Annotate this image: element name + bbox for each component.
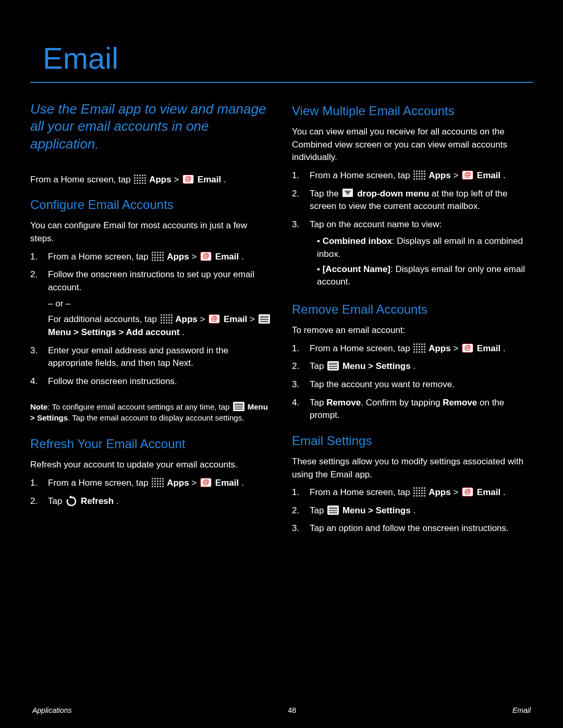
text: From a Home screen, tap xyxy=(48,252,151,262)
text: For additional accounts, tap xyxy=(48,314,160,324)
text: . xyxy=(503,170,506,180)
bullet: • [Account Name]: Displays email for onl… xyxy=(317,263,533,289)
text: [Account Name] xyxy=(323,264,390,274)
text: . xyxy=(241,478,244,488)
text: . xyxy=(503,487,506,497)
menu-icon xyxy=(327,361,339,371)
step: 3. Tap on the account name to view: • Co… xyxy=(292,218,533,291)
text: Enter your email address and password in… xyxy=(48,344,271,370)
email-label: Email xyxy=(198,175,221,184)
settings-intro: These settings allow you to modify setti… xyxy=(292,455,533,481)
step-number: 4. xyxy=(292,397,302,422)
text: Tap xyxy=(310,398,326,408)
text: Combined inbox xyxy=(323,236,392,246)
text: > xyxy=(191,478,199,488)
view-intro: You can view email you receive for all a… xyxy=(292,126,533,164)
email-label: Email xyxy=(215,478,239,488)
text: . xyxy=(182,327,185,337)
text: Remove xyxy=(326,398,361,408)
text: . xyxy=(503,343,506,353)
text: drop-down menu xyxy=(357,189,429,199)
text: > xyxy=(453,343,461,353)
configure-note: Note: To configure email account setting… xyxy=(30,401,271,423)
text: Menu > Settings xyxy=(342,505,411,515)
step-number: 4. xyxy=(30,375,41,388)
step-number: 2. xyxy=(292,504,302,517)
text: . Tap the email account to display accou… xyxy=(68,413,244,422)
apps-label: Apps xyxy=(149,175,172,184)
heading-view-multiple: View Multiple Email Accounts xyxy=(292,104,533,118)
text: > xyxy=(453,170,461,180)
step: 1. From a Home screen, tap Apps > Email … xyxy=(292,342,533,355)
email-icon xyxy=(462,170,473,180)
home-screen-instruction: From a Home screen, tap Apps > Email . xyxy=(30,174,271,187)
step-number: 3. xyxy=(292,378,302,391)
step: 3. Tap the account you want to remove. xyxy=(292,378,533,391)
text: > xyxy=(453,487,461,497)
step-number: 1. xyxy=(292,486,302,499)
step-number: 1. xyxy=(30,477,41,490)
apps-grid-icon xyxy=(161,314,172,324)
step-number: 2. xyxy=(30,268,41,339)
text: Tap xyxy=(48,496,65,506)
step: 1. From a Home screen, tap Apps > Email … xyxy=(30,477,271,490)
text: From a Home screen, tap xyxy=(310,170,412,180)
apps-grid-icon xyxy=(413,487,425,497)
menu-icon xyxy=(327,505,339,515)
bullet: • Combined inbox: Displays all email in … xyxy=(317,235,533,261)
text: From a Home screen, tap xyxy=(30,175,133,184)
heading-settings: Email Settings xyxy=(292,434,533,448)
intro-text: Use the Email app to view and manage all… xyxy=(30,101,271,153)
step: 4. Follow the onscreen instructions. xyxy=(30,375,271,388)
text: Tap the account you want to remove. xyxy=(310,378,455,391)
text: > xyxy=(200,314,208,324)
text: > xyxy=(191,252,199,262)
heading-remove: Remove Email Accounts xyxy=(292,302,533,317)
email-label: Email xyxy=(477,487,500,497)
text: Tap the xyxy=(310,189,341,199)
text: : To configure email account settings at… xyxy=(47,402,231,411)
apps-label: Apps xyxy=(429,170,451,180)
text: > xyxy=(250,314,258,324)
apps-grid-icon xyxy=(413,170,425,180)
configure-intro: You can configure Email for most account… xyxy=(30,219,271,245)
remove-intro: To remove an email account: xyxy=(292,324,533,337)
footer-left: Applications xyxy=(32,706,72,714)
text: Menu > Settings xyxy=(342,361,411,371)
text: From a Home screen, tap xyxy=(48,478,151,488)
apps-grid-icon xyxy=(152,252,163,261)
step: 2. Tap the drop-down menu at the top lef… xyxy=(292,188,533,213)
footer-right: Email xyxy=(512,706,531,714)
text: Refresh xyxy=(81,496,114,506)
step: 4. Tap Remove. Confirm by tapping Remove… xyxy=(292,397,533,422)
apps-label: Apps xyxy=(175,314,198,324)
step: 1. From a Home screen, tap Apps > Email … xyxy=(30,251,271,264)
step: 2. Tap Menu > Settings . xyxy=(292,360,533,373)
page-title: Email xyxy=(43,41,533,76)
step: 1. From a Home screen, tap Apps > Email … xyxy=(292,486,533,499)
email-icon xyxy=(182,175,194,184)
email-icon xyxy=(200,252,212,261)
email-label: Email xyxy=(215,252,239,262)
apps-label: Apps xyxy=(167,478,189,488)
email-icon xyxy=(200,478,212,487)
text: Menu > Settings > Add account xyxy=(48,327,180,337)
refresh-icon xyxy=(66,496,77,505)
text: Remove xyxy=(443,398,477,408)
menu-icon xyxy=(259,314,270,324)
email-label: Email xyxy=(224,314,247,324)
email-label: Email xyxy=(477,170,500,180)
step: 2. Follow the onscreen instructions to s… xyxy=(30,268,271,339)
note-label: Note xyxy=(30,402,47,411)
page-footer: Applications 48 Email xyxy=(0,706,563,714)
step-number: 1. xyxy=(292,342,302,355)
text: . xyxy=(413,361,415,371)
text: > xyxy=(174,175,181,184)
text: . xyxy=(241,252,244,262)
step: 2. Tap Menu > Settings . xyxy=(292,504,533,517)
heading-refresh: Refresh Your Email Account xyxy=(30,437,271,451)
text: . xyxy=(116,496,119,506)
or-text: – or – xyxy=(48,298,271,311)
heading-configure: Configure Email Accounts xyxy=(30,198,271,212)
title-divider xyxy=(30,82,533,83)
